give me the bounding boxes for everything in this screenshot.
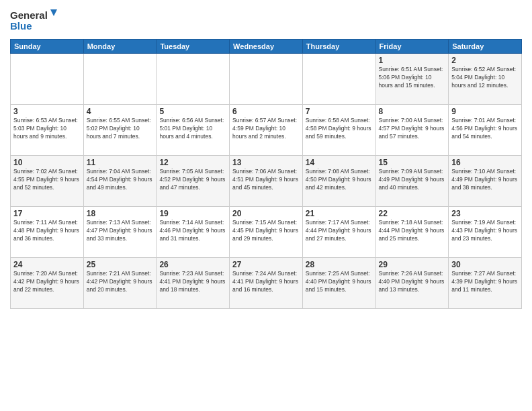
day-cell	[302, 54, 375, 105]
day-cell: 30Sunrise: 7:27 AM Sunset: 4:39 PM Dayli…	[449, 258, 522, 309]
header: General Blue	[10, 7, 522, 34]
week-row-1: 3Sunrise: 6:53 AM Sunset: 5:03 PM Daylig…	[11, 105, 522, 156]
day-info: Sunrise: 7:19 AM Sunset: 4:43 PM Dayligh…	[451, 219, 519, 243]
day-info: Sunrise: 7:06 AM Sunset: 4:51 PM Dayligh…	[232, 168, 300, 192]
day-number: 14	[306, 158, 373, 167]
day-cell: 15Sunrise: 7:09 AM Sunset: 4:49 PM Dayli…	[375, 156, 449, 207]
day-info: Sunrise: 7:08 AM Sunset: 4:50 PM Dayligh…	[306, 168, 373, 192]
day-number: 19	[159, 209, 226, 218]
day-number: 6	[232, 107, 300, 116]
logo: General Blue	[10, 7, 57, 34]
day-cell	[230, 54, 303, 105]
day-number: 17	[13, 209, 81, 218]
header-cell-thursday: Thursday	[302, 40, 375, 54]
day-cell: 12Sunrise: 7:05 AM Sunset: 4:52 PM Dayli…	[157, 156, 230, 207]
day-info: Sunrise: 7:05 AM Sunset: 4:52 PM Dayligh…	[159, 168, 226, 192]
day-number: 12	[159, 158, 226, 167]
day-cell: 2Sunrise: 6:52 AM Sunset: 5:04 PM Daylig…	[449, 54, 522, 105]
day-cell: 16Sunrise: 7:10 AM Sunset: 4:49 PM Dayli…	[449, 156, 522, 207]
day-number: 9	[451, 107, 519, 116]
day-number: 21	[306, 209, 373, 218]
day-info: Sunrise: 6:58 AM Sunset: 4:58 PM Dayligh…	[306, 117, 373, 141]
header-cell-saturday: Saturday	[449, 40, 522, 54]
day-cell: 23Sunrise: 7:19 AM Sunset: 4:43 PM Dayli…	[449, 207, 522, 258]
day-number: 27	[232, 260, 300, 269]
day-info: Sunrise: 6:52 AM Sunset: 5:04 PM Dayligh…	[451, 66, 519, 90]
day-cell: 5Sunrise: 6:56 AM Sunset: 5:01 PM Daylig…	[157, 105, 230, 156]
week-row-2: 10Sunrise: 7:02 AM Sunset: 4:55 PM Dayli…	[11, 156, 522, 207]
day-info: Sunrise: 6:53 AM Sunset: 5:03 PM Dayligh…	[13, 117, 81, 141]
day-cell: 18Sunrise: 7:13 AM Sunset: 4:47 PM Dayli…	[83, 207, 157, 258]
header-cell-wednesday: Wednesday	[230, 40, 303, 54]
day-info: Sunrise: 7:00 AM Sunset: 4:57 PM Dayligh…	[379, 117, 446, 141]
day-info: Sunrise: 7:13 AM Sunset: 4:47 PM Dayligh…	[87, 219, 154, 243]
day-info: Sunrise: 7:23 AM Sunset: 4:41 PM Dayligh…	[159, 270, 226, 294]
calendar-header: SundayMondayTuesdayWednesdayThursdayFrid…	[11, 40, 522, 54]
day-cell: 28Sunrise: 7:25 AM Sunset: 4:40 PM Dayli…	[302, 258, 375, 309]
day-number: 7	[306, 107, 373, 116]
day-number: 8	[379, 107, 446, 116]
day-cell: 6Sunrise: 6:57 AM Sunset: 4:59 PM Daylig…	[230, 105, 303, 156]
day-cell: 22Sunrise: 7:18 AM Sunset: 4:44 PM Dayli…	[375, 207, 449, 258]
week-row-3: 17Sunrise: 7:11 AM Sunset: 4:48 PM Dayli…	[11, 207, 522, 258]
header-row: SundayMondayTuesdayWednesdayThursdayFrid…	[11, 40, 522, 54]
day-number: 25	[87, 260, 154, 269]
day-cell: 20Sunrise: 7:15 AM Sunset: 4:45 PM Dayli…	[230, 207, 303, 258]
week-row-0: 1Sunrise: 6:51 AM Sunset: 5:06 PM Daylig…	[11, 54, 522, 105]
day-info: Sunrise: 6:51 AM Sunset: 5:06 PM Dayligh…	[379, 66, 446, 90]
day-number: 15	[379, 158, 446, 167]
day-info: Sunrise: 7:27 AM Sunset: 4:39 PM Dayligh…	[451, 270, 519, 294]
day-info: Sunrise: 7:20 AM Sunset: 4:42 PM Dayligh…	[13, 270, 81, 294]
header-cell-friday: Friday	[375, 40, 449, 54]
calendar-table: SundayMondayTuesdayWednesdayThursdayFrid…	[10, 39, 522, 309]
day-cell: 17Sunrise: 7:11 AM Sunset: 4:48 PM Dayli…	[11, 207, 84, 258]
day-cell: 24Sunrise: 7:20 AM Sunset: 4:42 PM Dayli…	[11, 258, 84, 309]
day-number: 3	[13, 107, 81, 116]
day-number: 11	[87, 158, 154, 167]
day-cell: 13Sunrise: 7:06 AM Sunset: 4:51 PM Dayli…	[230, 156, 303, 207]
day-info: Sunrise: 7:09 AM Sunset: 4:49 PM Dayligh…	[379, 168, 446, 192]
day-info: Sunrise: 7:25 AM Sunset: 4:40 PM Dayligh…	[306, 270, 373, 294]
day-number: 26	[159, 260, 226, 269]
day-cell: 7Sunrise: 6:58 AM Sunset: 4:58 PM Daylig…	[302, 105, 375, 156]
svg-text:Blue: Blue	[10, 20, 32, 32]
day-number: 4	[87, 107, 154, 116]
day-number: 10	[13, 158, 81, 167]
day-info: Sunrise: 7:14 AM Sunset: 4:46 PM Dayligh…	[159, 219, 226, 243]
day-info: Sunrise: 7:17 AM Sunset: 4:44 PM Dayligh…	[306, 219, 373, 243]
day-info: Sunrise: 7:26 AM Sunset: 4:40 PM Dayligh…	[379, 270, 446, 294]
day-info: Sunrise: 7:10 AM Sunset: 4:49 PM Dayligh…	[451, 168, 519, 192]
day-number: 13	[232, 158, 300, 167]
day-info: Sunrise: 7:11 AM Sunset: 4:48 PM Dayligh…	[13, 219, 81, 243]
day-cell: 4Sunrise: 6:55 AM Sunset: 5:02 PM Daylig…	[83, 105, 157, 156]
day-cell: 27Sunrise: 7:24 AM Sunset: 4:41 PM Dayli…	[230, 258, 303, 309]
day-number: 24	[13, 260, 81, 269]
logo-svg: General Blue	[10, 7, 57, 34]
day-number: 28	[306, 260, 373, 269]
day-cell: 26Sunrise: 7:23 AM Sunset: 4:41 PM Dayli…	[157, 258, 230, 309]
day-info: Sunrise: 7:18 AM Sunset: 4:44 PM Dayligh…	[379, 219, 446, 243]
week-row-4: 24Sunrise: 7:20 AM Sunset: 4:42 PM Dayli…	[11, 258, 522, 309]
day-info: Sunrise: 7:01 AM Sunset: 4:56 PM Dayligh…	[451, 117, 519, 141]
day-number: 23	[451, 209, 519, 218]
day-cell: 3Sunrise: 6:53 AM Sunset: 5:03 PM Daylig…	[11, 105, 84, 156]
day-number: 20	[232, 209, 300, 218]
day-number: 30	[451, 260, 519, 269]
day-info: Sunrise: 7:04 AM Sunset: 4:54 PM Dayligh…	[87, 168, 154, 192]
day-cell: 29Sunrise: 7:26 AM Sunset: 4:40 PM Dayli…	[375, 258, 449, 309]
header-cell-sunday: Sunday	[11, 40, 84, 54]
day-cell: 1Sunrise: 6:51 AM Sunset: 5:06 PM Daylig…	[375, 54, 449, 105]
day-info: Sunrise: 7:24 AM Sunset: 4:41 PM Dayligh…	[232, 270, 300, 294]
day-number: 29	[379, 260, 446, 269]
day-number: 1	[379, 56, 446, 65]
day-number: 16	[451, 158, 519, 167]
calendar-body: 1Sunrise: 6:51 AM Sunset: 5:06 PM Daylig…	[11, 54, 522, 309]
day-cell: 9Sunrise: 7:01 AM Sunset: 4:56 PM Daylig…	[449, 105, 522, 156]
day-cell: 11Sunrise: 7:04 AM Sunset: 4:54 PM Dayli…	[83, 156, 157, 207]
day-cell: 8Sunrise: 7:00 AM Sunset: 4:57 PM Daylig…	[375, 105, 449, 156]
day-cell	[157, 54, 230, 105]
day-number: 2	[451, 56, 519, 65]
day-info: Sunrise: 7:15 AM Sunset: 4:45 PM Dayligh…	[232, 219, 300, 243]
day-number: 18	[87, 209, 154, 218]
day-number: 5	[159, 107, 226, 116]
